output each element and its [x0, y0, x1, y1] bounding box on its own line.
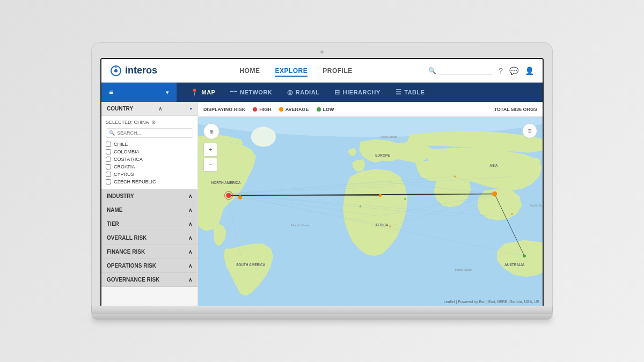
tab-table[interactable]: ☰ TABLE [388, 83, 433, 102]
low-risk-dot [317, 107, 321, 112]
search-field-icon: 🔍 [109, 130, 115, 136]
logo: interos [110, 65, 164, 77]
svg-point-33 [454, 175, 456, 178]
chat-icon[interactable]: 💬 [509, 67, 518, 75]
country-checkbox-cyprus[interactable] [106, 172, 111, 177]
country-checkbox-czech[interactable] [106, 179, 111, 184]
nav-profile[interactable]: PROFILE [323, 65, 353, 77]
name-label: NAME [107, 207, 122, 213]
search-bar: 🔍 [428, 66, 492, 75]
list-item: CROATIA [106, 163, 193, 171]
tab-hierarchy-label: HIERARCHY [343, 89, 380, 95]
second-nav: ≡ ▾ 📍 MAP 〰 NETWORK [101, 83, 543, 102]
governance-risk-filter[interactable]: GOVERNANCE RISK ∧ [101, 273, 197, 287]
svg-point-5 [251, 127, 276, 147]
svg-text:ASIA: ASIA [489, 164, 498, 167]
tab-network[interactable]: 〰 NETWORK [223, 83, 280, 102]
industry-filter[interactable]: INDUSTRY ∧ [101, 189, 197, 203]
overall-risk-label: OVERALL RISK [107, 235, 147, 241]
svg-text:EUROPE: EUROPE [375, 153, 390, 157]
nav-explore[interactable]: EXPLORE [275, 65, 308, 77]
tier-chevron-icon: ∧ [188, 221, 192, 227]
list-item: CHILE [106, 141, 193, 148]
svg-text:NORTH AMERICA: NORTH AMERICA [211, 181, 241, 184]
map-settings-button[interactable]: ≡ [522, 123, 537, 138]
svg-point-35 [404, 198, 406, 200]
svg-text:Arctic Ocean: Arctic Ocean [380, 135, 398, 138]
tab-radial[interactable]: ◎ RADIAL [280, 83, 327, 102]
app-wrapper: interos HOME EXPLORE PROFILE 🔍 [101, 59, 543, 306]
displaying-risk-badge: DISPLAYING RISK [203, 107, 245, 112]
industry-label: INDUSTRY [107, 193, 134, 199]
svg-text:AFRICA: AFRICA [375, 223, 389, 227]
tab-network-label: NETWORK [240, 89, 272, 95]
svg-point-30 [379, 194, 382, 197]
operations-risk-chevron-icon: ∧ [188, 263, 192, 269]
average-risk-label: AVERAGE [286, 107, 309, 112]
zoom-out-button[interactable]: − [203, 158, 217, 172]
radial-tab-icon: ◎ [287, 88, 293, 96]
list-item: COLOMBIA [106, 148, 193, 156]
high-risk-label: HIGH [259, 107, 272, 112]
view-tabs: 📍 MAP 〰 NETWORK ◎ RADIAL [177, 83, 543, 102]
sidebar: COUNTRY ∧ SELECTED: CHINA ⊗ 🔍 [101, 102, 198, 306]
tier-filter[interactable]: TIER ∧ [101, 217, 197, 231]
map-area[interactable]: DISPLAYING RISK HIGH AVERAGE [198, 102, 543, 306]
tab-radial-label: RADIAL [296, 89, 320, 95]
search-icon: 🔍 [428, 67, 436, 75]
tab-hierarchy[interactable]: ⊟ HIERARCHY [327, 83, 387, 102]
operations-risk-filter[interactable]: OPERATIONS RISK ∧ [101, 259, 197, 273]
low-risk-label: LOW [323, 107, 334, 112]
filter-button[interactable]: ≡ ▾ [101, 83, 177, 102]
country-search-field: 🔍 [106, 128, 193, 138]
low-risk-badge: LOW [317, 107, 334, 112]
top-nav: interos HOME EXPLORE PROFILE 🔍 [101, 59, 543, 83]
svg-point-32 [523, 255, 526, 258]
tier-label: TIER [107, 221, 119, 227]
search-input[interactable] [438, 66, 492, 75]
zoom-in-button[interactable]: + [203, 143, 217, 157]
chip-remove-icon[interactable]: ⊗ [151, 119, 156, 125]
high-risk-dot [253, 107, 257, 112]
nav-links: HOME EXPLORE PROFILE [177, 65, 415, 77]
nav-right: 🔍 ? 💬 👤 [428, 66, 534, 75]
industry-chevron-icon: ∧ [188, 193, 192, 199]
country-checkbox-croatia[interactable] [106, 164, 111, 169]
svg-point-37 [511, 213, 513, 215]
country-name: COLOMBIA [114, 149, 140, 154]
overall-risk-filter[interactable]: OVERALL RISK ∧ [101, 231, 197, 245]
operations-risk-label: OPERATIONS RISK [107, 263, 156, 269]
country-checkbox-costa-rica[interactable] [106, 157, 111, 162]
svg-text:Indian Ocean: Indian Ocean [455, 268, 472, 271]
country-section: SELECTED: CHINA ⊗ 🔍 [101, 116, 197, 189]
compass-control[interactable]: ⊕ [203, 123, 219, 139]
name-chevron-icon: ∧ [188, 207, 192, 213]
country-name: CHILE [114, 142, 128, 147]
country-checkbox-chile[interactable] [106, 142, 111, 147]
map-attribution: Leaflet | Powered by Esri | Esri, HERE, … [444, 300, 539, 304]
svg-point-27 [226, 193, 231, 198]
finance-risk-chevron-icon: ∧ [188, 249, 192, 255]
overall-risk-chevron-icon: ∧ [188, 235, 192, 241]
country-checkbox-colombia[interactable] [106, 149, 111, 154]
high-risk-badge: HIGH [253, 107, 272, 112]
list-item: CZECH REPUBLIC [106, 178, 193, 186]
logo-icon [110, 65, 122, 77]
name-filter[interactable]: NAME ∧ [101, 203, 197, 217]
svg-point-1 [114, 69, 118, 72]
user-icon[interactable]: 👤 [525, 67, 534, 75]
selected-chip: SELECTED: CHINA ⊗ [106, 119, 193, 125]
average-risk-badge: AVERAGE [279, 107, 309, 112]
country-filter-header[interactable]: COUNTRY ∧ [101, 102, 197, 116]
svg-point-34 [389, 225, 391, 227]
country-search-input[interactable] [117, 130, 190, 136]
tab-map[interactable]: 📍 MAP [183, 83, 223, 102]
governance-risk-chevron-icon: ∧ [188, 277, 192, 283]
nav-home[interactable]: HOME [239, 65, 260, 77]
world-map: NORTH AMERICA EUROPE ASIA SOUTH AMERICA … [198, 117, 543, 306]
finance-risk-label: FINANCE RISK [107, 249, 145, 255]
finance-risk-filter[interactable]: FINANCE RISK ∧ [101, 245, 197, 259]
logo-text: interos [125, 65, 157, 76]
country-name: CROATIA [114, 164, 135, 169]
help-icon[interactable]: ? [499, 67, 503, 75]
